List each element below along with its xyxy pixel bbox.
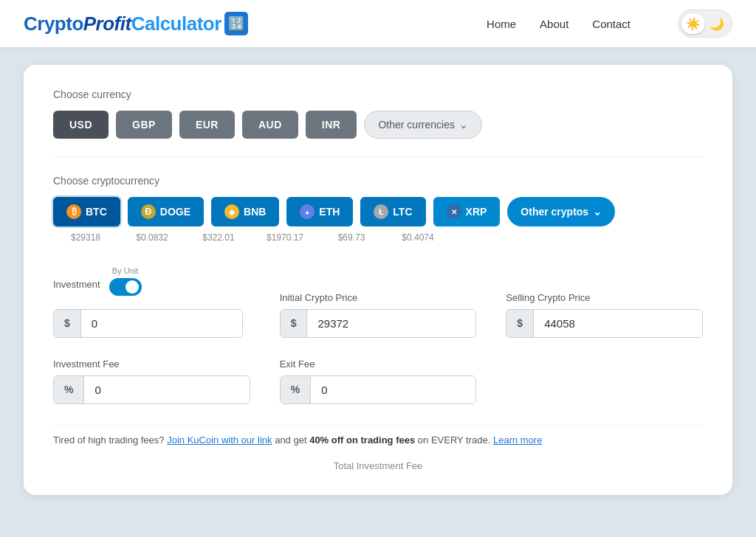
currency-inr[interactable]: INR xyxy=(306,111,357,139)
promo-before: Tired of high trading fees? xyxy=(53,434,167,446)
crypto-ltc[interactable]: Ł LTC xyxy=(360,197,425,226)
crypto-doge[interactable]: Ð DOGE xyxy=(128,197,204,226)
divider-1 xyxy=(53,156,703,157)
inputs-section: Investment By Unit $ xyxy=(53,266,703,471)
selling-price-input-wrapper: $ xyxy=(506,309,703,338)
crypto-buttons: ₿ BTC Ð DOGE ◆ BNB ⬥ ETH Ł LTC ✕ XRP xyxy=(53,197,703,226)
btc-price: $29318 xyxy=(56,232,115,243)
inv-fee-prefix: % xyxy=(54,376,84,403)
main-container: Choose currency USD GBP EUR AUD INR Othe… xyxy=(0,47,756,537)
xrp-icon: ✕ xyxy=(447,204,461,219)
currency-other-chevron: ⌄ xyxy=(459,119,468,131)
exit-fee-label: Exit Fee xyxy=(280,358,477,370)
bnb-label: BNB xyxy=(244,206,266,218)
ltc-icon: Ł xyxy=(374,204,388,219)
exit-fee-input[interactable] xyxy=(311,376,475,403)
logo-icon: 🔢 xyxy=(224,12,248,35)
investment-input[interactable] xyxy=(81,310,242,337)
by-unit-label: By Unit xyxy=(112,266,138,275)
nav-home[interactable]: Home xyxy=(487,18,516,30)
theme-light-button[interactable]: ☀️ xyxy=(681,13,705,34)
ltc-label: LTC xyxy=(393,206,412,218)
currency-buttons: USD GBP EUR AUD INR Other currencies ⌄ xyxy=(53,111,703,139)
inv-fee-label: Investment Fee xyxy=(53,358,250,370)
exit-fee-prefix: % xyxy=(281,376,311,403)
crypto-prices: $29318 $0.0832 $322.01 $1970.17 $69.73 $… xyxy=(53,232,703,243)
xrp-price: $0.4074 xyxy=(388,232,447,243)
logo-calculator: Calculator xyxy=(131,13,221,35)
by-unit-toggle[interactable] xyxy=(109,278,142,296)
main-card: Choose currency USD GBP EUR AUD INR Othe… xyxy=(24,65,732,495)
selling-price-input[interactable] xyxy=(534,310,702,337)
btc-label: BTC xyxy=(86,206,107,218)
crypto-xrp[interactable]: ✕ XRP xyxy=(433,197,501,226)
currency-usd[interactable]: USD xyxy=(53,111,109,139)
inv-fee-input-wrapper: % xyxy=(53,375,250,404)
inv-fee-group: Investment Fee % xyxy=(53,358,250,404)
crypto-eth[interactable]: ⬥ ETH xyxy=(286,197,353,226)
investment-group: Investment By Unit $ xyxy=(53,266,250,338)
currency-other-label: Other currencies xyxy=(378,119,454,131)
logo-crypto: Crypto xyxy=(24,13,83,35)
inv-fee-input[interactable] xyxy=(84,376,249,403)
promo-text: Tired of high trading fees? Join KuCoin … xyxy=(53,425,703,446)
initial-price-label: Initial Crypto Price xyxy=(280,292,477,303)
crypto-other-label: Other cryptos xyxy=(520,206,588,218)
eth-icon: ⬥ xyxy=(300,204,315,219)
promo-bold: 40% off on trading fees xyxy=(309,434,415,446)
crypto-bnb[interactable]: ◆ BNB xyxy=(211,197,279,226)
selling-price-prefix: $ xyxy=(506,310,534,337)
fee-row: Investment Fee % Exit Fee % xyxy=(53,358,703,404)
eth-label: ETH xyxy=(319,206,340,218)
initial-price-input-wrapper: $ xyxy=(280,309,477,338)
bnb-price: $322.01 xyxy=(189,232,248,243)
currency-other[interactable]: Other currencies ⌄ xyxy=(364,111,481,139)
initial-price-prefix: $ xyxy=(281,310,308,337)
ltc-price: $69.73 xyxy=(322,232,381,243)
selling-price-label: Selling Crypto Price xyxy=(506,292,703,303)
nav-links: Home About Contact ☀️ 🌙 xyxy=(487,10,732,38)
total-label: Total Investment Fee xyxy=(53,454,703,471)
currency-eur[interactable]: EUR xyxy=(179,111,235,139)
investment-input-wrapper: $ xyxy=(53,309,243,338)
crypto-section-label: Choose cryptocurrency xyxy=(53,175,703,187)
crypto-btc[interactable]: ₿ BTC xyxy=(53,197,120,226)
logo-profit: Profit xyxy=(83,13,131,35)
theme-dark-button[interactable]: 🌙 xyxy=(705,13,729,34)
promo-link2[interactable]: Learn more xyxy=(493,434,542,446)
initial-price-group: Initial Crypto Price $ xyxy=(280,292,477,338)
currency-aud[interactable]: AUD xyxy=(242,111,298,139)
investment-label: Investment xyxy=(53,279,100,290)
currency-gbp[interactable]: GBP xyxy=(116,111,172,139)
btc-icon: ₿ xyxy=(66,204,81,219)
investment-prefix: $ xyxy=(54,310,81,337)
bnb-icon: ◆ xyxy=(224,204,239,219)
eth-price: $1970.17 xyxy=(255,232,315,243)
doge-label: DOGE xyxy=(160,206,190,218)
exit-fee-input-wrapper: % xyxy=(280,375,477,404)
selling-price-group: Selling Crypto Price $ xyxy=(506,292,703,338)
crypto-other-chevron: ⌄ xyxy=(593,206,602,218)
logo: Crypto Profit Calculator 🔢 xyxy=(24,12,248,35)
theme-toggle: ☀️ 🌙 xyxy=(678,10,732,38)
xrp-label: XRP xyxy=(466,206,487,218)
promo-after: on EVERY trade. xyxy=(418,434,493,446)
by-unit-toggle-container: By Unit xyxy=(109,266,142,296)
nav-contact[interactable]: Contact xyxy=(592,18,630,30)
doge-price: $0.0832 xyxy=(123,232,182,243)
initial-price-input[interactable] xyxy=(307,310,475,337)
navbar: Crypto Profit Calculator 🔢 Home About Co… xyxy=(0,0,756,47)
promo-middle: and get xyxy=(275,434,309,446)
nav-about[interactable]: About xyxy=(540,18,568,30)
currency-section-label: Choose currency xyxy=(53,89,703,100)
crypto-other[interactable]: Other cryptos ⌄ xyxy=(507,197,615,226)
exit-fee-group: Exit Fee % xyxy=(280,358,477,404)
promo-link1[interactable]: Join KuCoin with our link xyxy=(167,434,272,446)
doge-icon: Ð xyxy=(141,204,156,219)
